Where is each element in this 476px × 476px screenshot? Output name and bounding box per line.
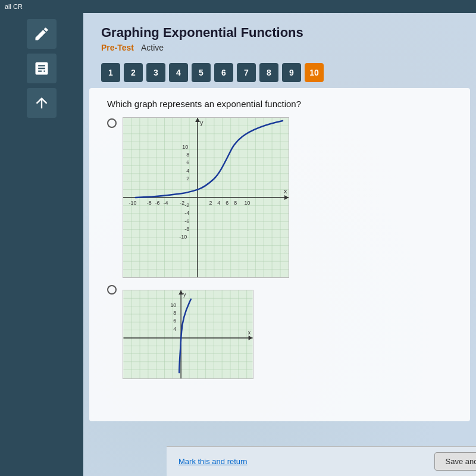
question-num-9[interactable]: 9 (282, 63, 301, 82)
question-num-4[interactable]: 4 (169, 63, 188, 82)
question-num-10[interactable]: 10 (305, 63, 324, 82)
svg-text:-8: -8 (184, 226, 189, 232)
svg-text:10: 10 (245, 200, 250, 206)
svg-text:-4: -4 (184, 210, 189, 216)
svg-text:4: 4 (217, 200, 220, 206)
question-num-5[interactable]: 5 (192, 63, 211, 82)
top-bar-label: all CR (5, 3, 23, 10)
svg-text:-6: -6 (184, 218, 189, 224)
svg-text:4: 4 (186, 168, 189, 174)
header: Graphing Exponential Functions Pre-Test … (83, 13, 476, 57)
arrow-up-icon[interactable] (27, 88, 57, 118)
bottom-bar: Mark this and return Save and Exit Next (167, 446, 476, 476)
svg-text:y: y (183, 292, 186, 298)
top-bar: all CR (0, 0, 476, 13)
question-num-2[interactable]: 2 (124, 63, 143, 82)
option-1-row: x y 10 8 6 4 2 -2 -4 -6 -8 -10 -10 (107, 117, 452, 278)
pencil-icon[interactable] (27, 19, 57, 49)
graph-1-container: x y 10 8 6 4 2 -2 -4 -6 -8 -10 -10 (123, 117, 289, 278)
option-2-radio[interactable] (107, 285, 117, 295)
svg-text:-2: -2 (180, 200, 184, 206)
option-2-row: x y 10 8 6 4 (107, 284, 452, 379)
option-1-radio[interactable] (107, 118, 117, 128)
svg-text:4: 4 (173, 326, 176, 332)
question-numbers: 1 2 3 4 5 6 7 8 9 10 (83, 57, 476, 88)
svg-text:-6: -6 (155, 200, 160, 206)
sidebar (0, 13, 83, 476)
save-exit-button[interactable]: Save and Exit (434, 452, 476, 471)
svg-rect-65 (123, 290, 252, 378)
svg-text:-2: -2 (184, 202, 189, 208)
main-content: Graphing Exponential Functions Pre-Test … (83, 13, 476, 476)
page-title: Graphing Exponential Functions (101, 25, 458, 40)
pre-test-label: Pre-Test (101, 43, 134, 52)
svg-text:-4: -4 (164, 200, 168, 206)
svg-text:8: 8 (173, 310, 176, 316)
question-num-6[interactable]: 6 (214, 63, 233, 82)
active-label: Active (141, 43, 164, 52)
question-text: Which graph represents an exponential fu… (107, 94, 452, 109)
svg-text:y: y (200, 119, 203, 126)
question-num-8[interactable]: 8 (259, 63, 278, 82)
svg-text:6: 6 (186, 159, 189, 165)
graph-2-container: x y 10 8 6 4 (123, 290, 253, 379)
calculator-icon[interactable] (27, 54, 57, 83)
svg-text:2: 2 (209, 200, 212, 206)
question-num-7[interactable]: 7 (237, 63, 256, 82)
svg-text:10: 10 (182, 144, 188, 150)
mark-return-link[interactable]: Mark this and return (178, 457, 248, 466)
svg-text:-8: -8 (147, 200, 152, 206)
svg-text:2: 2 (186, 176, 189, 181)
svg-text:-10: -10 (179, 234, 187, 240)
graph-2-svg: x y 10 8 6 4 (123, 290, 253, 378)
question-area: Which graph represents an exponential fu… (89, 88, 470, 421)
question-num-3[interactable]: 3 (146, 63, 165, 82)
svg-text:x: x (248, 330, 251, 336)
svg-text:6: 6 (226, 200, 228, 206)
svg-text:x: x (284, 187, 287, 195)
btn-group: Save and Exit Next (434, 452, 476, 471)
svg-text:10: 10 (170, 302, 176, 308)
question-num-1[interactable]: 1 (101, 63, 120, 82)
svg-text:-10: -10 (129, 200, 136, 206)
svg-text:6: 6 (173, 318, 176, 324)
subtitle-row: Pre-Test Active (101, 43, 458, 52)
svg-text:8: 8 (234, 200, 237, 206)
graph-1-svg: x y 10 8 6 4 2 -2 -4 -6 -8 -10 -10 (123, 118, 289, 277)
svg-text:8: 8 (186, 152, 189, 158)
